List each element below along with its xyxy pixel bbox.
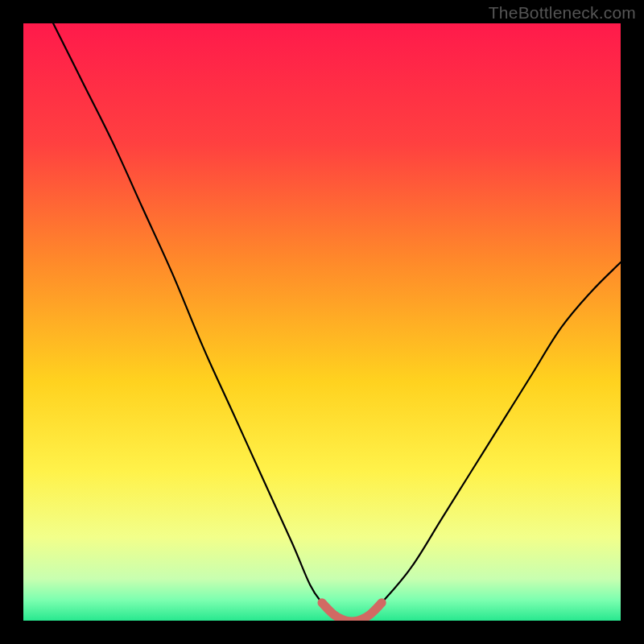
watermark-label: TheBottleneck.com <box>489 3 636 23</box>
gradient-background <box>23 23 621 621</box>
chart-frame: TheBottleneck.com <box>0 0 644 644</box>
bottleneck-chart <box>0 0 644 644</box>
